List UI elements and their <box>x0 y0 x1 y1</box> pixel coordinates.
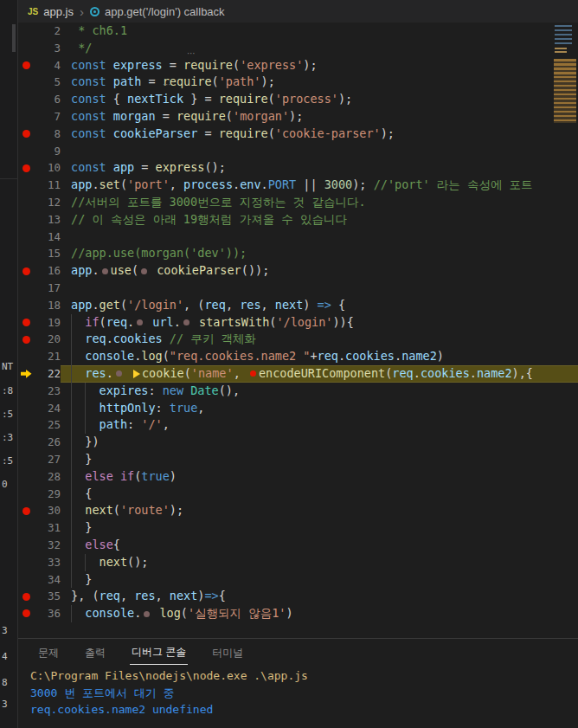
breakpoint-gutter[interactable] <box>17 211 35 229</box>
code-text[interactable]: console.log("req.cookies.name2 "+req.coo… <box>61 348 578 365</box>
breakpoint-gutter[interactable] <box>17 468 35 486</box>
breadcrumb-symbol[interactable]: app.get('/login') callback <box>105 5 225 18</box>
code-text[interactable]: next(); <box>61 554 578 571</box>
breakpoint-dot[interactable] <box>17 314 35 332</box>
breakpoint-gutter[interactable] <box>17 554 35 571</box>
code-text[interactable]: req.cookies // 쿠키 객체화 <box>61 331 578 348</box>
code-text[interactable]: }) <box>61 434 578 451</box>
code-editor[interactable]: 2 * ch6.13 */4const express = require('e… <box>17 23 578 638</box>
code-line[interactable]: 3 */ <box>17 40 578 57</box>
code-text[interactable]: const app = express(); <box>61 159 578 177</box>
console-line[interactable]: req.cookies.name2 undefined <box>30 701 578 718</box>
tab-output[interactable]: 출력 <box>83 640 107 665</box>
code-line[interactable]: 15//app.use(morgan('dev')); <box>17 245 578 262</box>
breakpoint-gutter[interactable] <box>17 571 35 589</box>
code-line[interactable]: 2 * ch6.1 <box>17 23 578 40</box>
line-number[interactable]: 15 <box>35 245 61 262</box>
code-text[interactable]: * ch6.1 <box>61 23 578 40</box>
code-text[interactable]: expires: new Date(), <box>61 383 578 400</box>
code-text[interactable] <box>61 229 578 246</box>
breakpoint-dot[interactable] <box>17 159 35 177</box>
code-line[interactable]: 26 }) <box>17 434 578 451</box>
code-line[interactable]: 4const express = require('express'); <box>17 57 578 74</box>
code-text[interactable]: //app.use(morgan('dev')); <box>61 245 578 262</box>
line-number[interactable]: 6 <box>35 91 61 108</box>
code-text[interactable]: const express = require('express'); <box>61 57 578 74</box>
code-text[interactable]: res. cookie('name', encodeURIComponent(r… <box>61 365 578 383</box>
code-text[interactable]: */ <box>61 40 578 57</box>
code-line[interactable]: 27 } <box>17 451 578 468</box>
console-line[interactable]: C:\Program Files\nodejs\node.exe .\app.j… <box>30 667 578 685</box>
code-text[interactable]: } <box>61 519 578 537</box>
breakpoint-gutter[interactable] <box>17 245 35 262</box>
code-text[interactable]: app.get('/login', (req, res, next) => { <box>61 297 578 314</box>
code-line[interactable]: 7const morgan = require('morgan'); <box>17 108 578 126</box>
line-number[interactable]: 26 <box>35 434 61 451</box>
tab-terminal[interactable]: 터미널 <box>210 640 245 665</box>
code-text[interactable]: }, (req, res, next)=>{ <box>61 588 578 605</box>
inline-breakpoint-dot[interactable] <box>102 268 108 274</box>
code-text[interactable]: const morgan = require('morgan'); <box>61 108 578 126</box>
code-line[interactable]: 24 httpOnly: true, <box>17 400 578 417</box>
code-line[interactable]: 30 next('route'); <box>17 502 578 519</box>
breakpoint-gutter[interactable] <box>17 74 35 91</box>
code-line[interactable]: 14 <box>17 229 578 246</box>
code-line[interactable]: 28 else if(true) <box>17 468 578 486</box>
code-text[interactable]: app.use( cookieParser()); <box>61 262 578 280</box>
line-number[interactable]: 19 <box>35 314 61 332</box>
breakpoint-gutter[interactable] <box>17 434 35 451</box>
line-number[interactable]: 30 <box>35 502 61 519</box>
inline-breakpoint-dot[interactable] <box>137 319 143 325</box>
code-text[interactable]: } <box>61 571 578 589</box>
breakpoint-dot[interactable] <box>17 502 35 519</box>
line-number[interactable]: 10 <box>35 159 61 177</box>
breakpoint-gutter[interactable] <box>17 537 35 554</box>
code-text[interactable]: httpOnly: true, <box>61 400 578 417</box>
inline-breakpoint-dot[interactable] <box>250 370 256 377</box>
breakpoint-gutter[interactable] <box>17 297 35 314</box>
code-text[interactable]: app.set('port', process.env.PORT || 3000… <box>61 177 578 194</box>
line-number[interactable]: 11 <box>35 177 61 194</box>
line-number[interactable]: 24 <box>35 400 61 417</box>
breakpoint-gutter[interactable] <box>17 194 35 211</box>
console-line[interactable]: 3000 번 포트에서 대기 중 <box>30 685 578 702</box>
line-number[interactable]: 8 <box>35 126 61 143</box>
code-line[interactable]: 11app.set('port', process.env.PORT || 30… <box>17 177 578 194</box>
breakpoint-gutter[interactable] <box>17 177 35 194</box>
code-text[interactable]: else if(true) <box>61 468 578 486</box>
code-line[interactable]: 35}, (req, res, next)=>{ <box>17 588 578 605</box>
line-number[interactable]: 28 <box>35 468 61 486</box>
minimap[interactable] <box>552 23 578 131</box>
tab-problems[interactable]: 문제 <box>36 640 61 665</box>
line-number[interactable]: 35 <box>35 588 61 605</box>
breakpoint-dot[interactable] <box>17 588 35 605</box>
line-number[interactable]: 17 <box>35 280 61 297</box>
breakpoint-gutter[interactable] <box>17 91 35 108</box>
code-line[interactable]: 32 else{ <box>17 537 578 554</box>
code-text[interactable]: // 이 속성은 아래 19행처럼 가져올 수 있습니다 <box>61 211 578 229</box>
breakpoint-gutter[interactable] <box>17 519 35 537</box>
breakpoint-gutter[interactable] <box>17 108 35 126</box>
line-number[interactable]: 14 <box>35 229 61 246</box>
line-number[interactable]: 36 <box>35 605 61 622</box>
code-text[interactable]: console. log('실행되지 않음1') <box>61 605 578 622</box>
breakpoint-gutter[interactable] <box>17 348 35 365</box>
code-line[interactable]: 8const cookieParser = require('cookie-pa… <box>17 126 578 143</box>
breakpoint-gutter[interactable] <box>17 229 35 246</box>
code-line[interactable]: 29 { <box>17 486 578 503</box>
code-line[interactable]: 31 } <box>17 519 578 537</box>
line-number[interactable]: 5 <box>35 74 61 91</box>
panel-scrollbar[interactable] <box>12 24 16 52</box>
breakpoint-gutter[interactable] <box>17 143 35 160</box>
code-line[interactable]: 17 <box>17 280 578 297</box>
debug-current-arrow-icon[interactable] <box>17 365 35 383</box>
code-line[interactable]: 33 next(); <box>17 554 578 571</box>
breakpoint-gutter[interactable] <box>17 280 35 297</box>
code-text[interactable]: next('route'); <box>61 502 578 519</box>
code-text[interactable] <box>61 280 578 297</box>
code-line[interactable]: 25 path: '/', <box>17 416 578 434</box>
code-text[interactable]: const { nextTick } = require('process'); <box>61 91 578 108</box>
tab-debug-console[interactable]: 디버그 콘솔 <box>130 639 188 665</box>
code-text[interactable]: const cookieParser = require('cookie-par… <box>61 126 578 143</box>
breakpoint-gutter[interactable] <box>17 40 35 57</box>
